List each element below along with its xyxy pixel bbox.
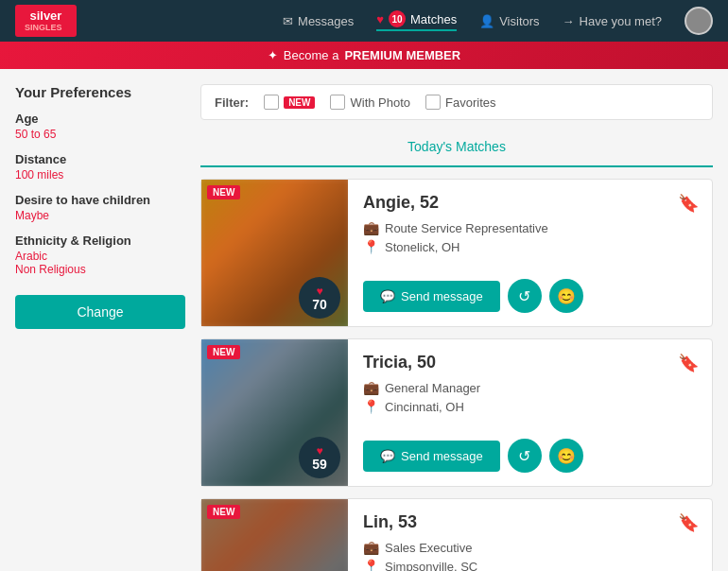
filter-new-badge: NEW <box>284 96 315 109</box>
location-icon: 📍 <box>363 399 379 414</box>
location-text: Cincinnati, OH <box>385 400 464 414</box>
matches-label: Matches <box>410 12 457 26</box>
score-badge: ♥ 70 <box>299 277 340 319</box>
logo-name: silver <box>25 9 67 24</box>
pref-distance-label: Distance <box>15 152 185 166</box>
location-text: Stonelick, OH <box>385 240 459 254</box>
matches-heart-icon: ♥ <box>376 12 384 26</box>
messages-icon: ✉ <box>283 14 293 28</box>
filter-photo-checkbox[interactable] <box>330 95 345 110</box>
user-avatar[interactable] <box>685 7 713 35</box>
job-icon: 💼 <box>363 380 379 395</box>
wink-button[interactable]: ↺ <box>508 279 542 313</box>
filter-row: Filter: NEW With Photo Favorites <box>200 84 713 120</box>
match-name: Tricia, 50 <box>363 353 699 372</box>
chat-icon: 💬 <box>380 289 395 303</box>
pref-ethnicity: Ethnicity & Religion ArabicNon Religious <box>15 234 185 276</box>
match-location: 📍 Cincinnati, OH <box>363 399 699 414</box>
job-text: Route Service Representative <box>385 221 548 235</box>
send-label: Send message <box>401 449 483 463</box>
filter-new-checkbox[interactable] <box>264 95 279 110</box>
main-layout: Your Preferences Age 50 to 65 Distance 1… <box>0 69 728 571</box>
pref-age: Age 50 to 65 <box>15 112 185 141</box>
matches-badge: 10 <box>389 10 406 27</box>
sidebar: Your Preferences Age 50 to 65 Distance 1… <box>15 84 185 571</box>
new-tag: NEW <box>207 185 240 199</box>
location-icon: 📍 <box>363 559 379 571</box>
match-job: 💼 Route Service Representative <box>363 220 699 235</box>
match-photo: NEW ♥ 70 <box>201 180 348 326</box>
job-icon: 💼 <box>363 540 379 555</box>
send-label: Send message <box>401 289 483 303</box>
premium-bold: PREMIUM MEMBER <box>344 48 460 62</box>
job-icon: 💼 <box>363 220 379 235</box>
score-number: 59 <box>312 458 327 471</box>
location-icon: 📍 <box>363 239 379 254</box>
section-heading: Today's Matches <box>200 131 713 167</box>
send-message-button[interactable]: 💬 Send message <box>363 281 500 312</box>
nav-items: ✉ Messages ♥ 10 Matches 👤 Visitors → Hav… <box>283 7 713 35</box>
top-nav: silver SINGLES♥ ✉ Messages ♥ 10 Matches … <box>0 0 728 42</box>
filter-favorites-label: Favorites <box>445 95 495 110</box>
visitors-icon: 👤 <box>479 14 494 28</box>
filter-favorites[interactable]: Favorites <box>425 95 495 110</box>
filter-favorites-checkbox[interactable] <box>425 95 441 110</box>
pref-ethnicity-label: Ethnicity & Religion <box>15 234 185 248</box>
match-photo: NEW ♥ 59 <box>201 339 348 486</box>
match-actions: 💬 Send message ↺ 😊 <box>363 279 699 313</box>
match-info: 🔖 Lin, 53 💼 Sales Executive 📍 Simpsonvil… <box>348 499 712 571</box>
bookmark-button[interactable]: 🔖 <box>678 353 699 373</box>
pref-distance-value: 100 miles <box>15 168 185 182</box>
bookmark-button[interactable]: 🔖 <box>678 512 699 533</box>
nav-visitors[interactable]: 👤 Visitors <box>479 14 539 28</box>
content-area: Filter: NEW With Photo Favorites Today's… <box>200 84 713 571</box>
filter-photo[interactable]: With Photo <box>330 95 410 110</box>
match-name: Lin, 53 <box>363 512 699 532</box>
smile-icon: 😊 <box>557 287 576 305</box>
match-info: 🔖 Angie, 52 💼 Route Service Representati… <box>348 180 712 326</box>
match-photo: NEW ♥ 55 <box>201 499 348 571</box>
new-tag: NEW <box>207 345 240 359</box>
messages-label: Messages <box>298 14 354 28</box>
bookmark-button[interactable]: 🔖 <box>678 193 699 214</box>
new-tag: NEW <box>207 505 240 519</box>
match-location: 📍 Stonelick, OH <box>363 239 699 254</box>
pref-distance: Distance 100 miles <box>15 152 185 182</box>
job-text: Sales Executive <box>385 541 473 555</box>
premium-banner[interactable]: ✦ Become a PREMIUM MEMBER <box>0 42 728 69</box>
pref-children: Desire to have children Maybe <box>15 193 185 222</box>
premium-text: Become a <box>284 48 339 62</box>
match-card: NEW ♥ 55 🔖 Lin, 53 💼 Sales Executive 📍 S… <box>200 498 713 571</box>
wink-button[interactable]: ↺ <box>508 439 542 473</box>
match-job: 💼 Sales Executive <box>363 540 699 555</box>
logo[interactable]: silver SINGLES♥ <box>15 5 77 37</box>
match-name: Angie, 52 <box>363 193 699 213</box>
heart-icon: ♥ <box>316 285 322 298</box>
haveyoumet-label: Have you met? <box>580 14 662 28</box>
match-card: NEW ♥ 70 🔖 Angie, 52 💼 Route Service Rep… <box>200 179 713 327</box>
chat-icon: 💬 <box>380 449 395 463</box>
logo-sub: SINGLES♥ <box>25 23 67 33</box>
send-message-button[interactable]: 💬 Send message <box>363 441 500 472</box>
pref-age-value: 50 to 65 <box>15 128 185 141</box>
match-card: NEW ♥ 59 🔖 Tricia, 50 💼 General Manager … <box>200 338 713 487</box>
nav-haveyoumet[interactable]: → Have you met? <box>563 14 662 28</box>
heart-icon: ♥ <box>316 444 322 458</box>
pref-children-value: Maybe <box>15 209 185 222</box>
smile-button[interactable]: 😊 <box>549 439 583 473</box>
pref-age-label: Age <box>15 112 185 126</box>
change-button[interactable]: Change <box>15 295 185 329</box>
nav-messages[interactable]: ✉ Messages <box>283 14 354 28</box>
match-info: 🔖 Tricia, 50 💼 General Manager 📍 Cincinn… <box>348 339 712 486</box>
smile-icon: 😊 <box>557 447 576 465</box>
location-text: Simpsonville, SC <box>385 560 477 572</box>
nav-matches[interactable]: ♥ 10 Matches <box>376 10 457 31</box>
pref-children-label: Desire to have children <box>15 193 185 207</box>
smile-button[interactable]: 😊 <box>549 279 583 313</box>
filter-label: Filter: <box>215 95 249 110</box>
match-location: 📍 Simpsonville, SC <box>363 559 699 571</box>
haveyoumet-icon: → <box>563 14 575 28</box>
filter-photo-label: With Photo <box>350 95 410 110</box>
pref-ethnicity-value: ArabicNon Religious <box>15 250 185 276</box>
filter-new[interactable]: NEW <box>264 95 315 110</box>
